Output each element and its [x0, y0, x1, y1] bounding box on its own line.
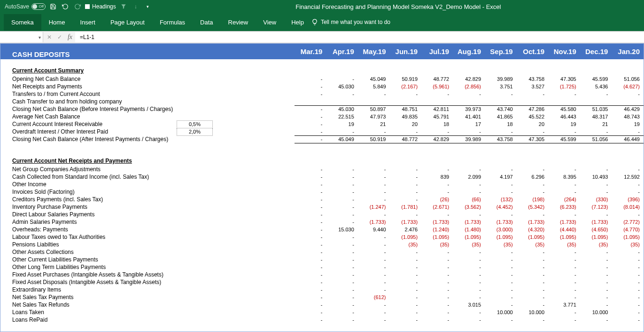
value-cell[interactable]: -	[485, 128, 517, 135]
value-cell[interactable]: -	[358, 173, 390, 181]
value-cell[interactable]: -	[517, 188, 548, 196]
value-cell[interactable]: -	[295, 135, 326, 143]
value-cell[interactable]: -	[485, 188, 517, 196]
value-cell[interactable]: -	[295, 75, 326, 83]
value-cell[interactable]: -	[390, 316, 422, 324]
value-cell[interactable]: -	[390, 211, 422, 218]
value-cell[interactable]	[548, 98, 580, 105]
value-cell[interactable]: (35)	[421, 241, 453, 248]
value-cell[interactable]: (4.770)	[612, 226, 644, 233]
tab-data[interactable]: Data	[193, 14, 220, 31]
value-cell[interactable]: 45.580	[548, 105, 580, 113]
value-cell[interactable]: 48.743	[612, 113, 644, 120]
value-cell[interactable]: 3.527	[517, 83, 548, 90]
value-cell[interactable]: (35)	[548, 241, 580, 248]
value-cell[interactable]: -	[580, 128, 612, 135]
value-cell[interactable]: -	[390, 166, 422, 173]
value-cell[interactable]: 18	[421, 120, 453, 128]
value-cell[interactable]: 47.305	[517, 135, 548, 143]
value-cell[interactable]: 51.035	[580, 105, 612, 113]
value-cell[interactable]: -	[295, 286, 326, 293]
value-cell[interactable]: (1.733)	[517, 218, 548, 226]
value-cell[interactable]: -	[612, 181, 644, 188]
value-cell[interactable]: -	[612, 211, 644, 218]
value-cell[interactable]: -	[485, 211, 517, 218]
value-cell[interactable]: (330)	[580, 196, 612, 203]
value-cell[interactable]: -	[358, 248, 390, 256]
value-cell[interactable]: -	[517, 278, 548, 286]
value-cell[interactable]: -	[358, 241, 390, 248]
name-box[interactable]: ▾	[0, 32, 43, 42]
value-cell[interactable]: 5.436	[580, 83, 612, 90]
value-cell[interactable]: -	[390, 181, 422, 188]
value-cell[interactable]: -	[612, 278, 644, 286]
value-cell[interactable]: 50.919	[390, 75, 422, 83]
value-cell[interactable]: -	[453, 293, 485, 301]
value-cell[interactable]: -	[358, 233, 390, 241]
value-cell[interactable]	[358, 98, 390, 105]
value-cell[interactable]: -	[326, 286, 357, 293]
value-cell[interactable]: -	[358, 271, 390, 278]
value-cell[interactable]: -	[612, 90, 644, 98]
value-cell[interactable]: (132)	[485, 196, 517, 203]
autosave-toggle[interactable]: AutoSave Off	[5, 3, 46, 10]
value-cell[interactable]: 19	[548, 120, 580, 128]
value-cell[interactable]: 20	[517, 120, 548, 128]
value-cell[interactable]: 42.829	[453, 75, 485, 83]
value-cell[interactable]: -	[485, 248, 517, 256]
value-cell[interactable]: -	[517, 211, 548, 218]
value-cell[interactable]: -	[580, 316, 612, 324]
value-cell[interactable]: -	[612, 271, 644, 278]
value-cell[interactable]: -	[421, 256, 453, 263]
value-cell[interactable]: -	[453, 248, 485, 256]
value-cell[interactable]	[390, 98, 422, 105]
value-cell[interactable]: 3.751	[485, 83, 517, 90]
value-cell[interactable]: -	[612, 166, 644, 173]
value-cell[interactable]: -	[485, 293, 517, 301]
value-cell[interactable]: 45.791	[421, 113, 453, 120]
value-cell[interactable]: -	[421, 188, 453, 196]
value-cell[interactable]: -	[580, 278, 612, 286]
value-cell[interactable]: (4.320)	[517, 226, 548, 233]
value-cell[interactable]: 48.772	[421, 75, 453, 83]
value-cell[interactable]: -	[358, 128, 390, 135]
value-cell[interactable]: -	[421, 128, 453, 135]
value-cell[interactable]: -	[390, 308, 422, 316]
value-cell[interactable]: (396)	[612, 196, 644, 203]
value-cell[interactable]: -	[421, 90, 453, 98]
value-cell[interactable]: -	[453, 256, 485, 263]
value-cell[interactable]: (66)	[453, 196, 485, 203]
value-cell[interactable]: 10.000	[580, 308, 612, 316]
value-cell[interactable]: -	[295, 278, 326, 286]
save-icon[interactable]	[48, 2, 58, 11]
value-cell[interactable]: -	[295, 316, 326, 324]
tab-help[interactable]: Help	[284, 14, 311, 31]
value-cell[interactable]: 4.197	[485, 173, 517, 181]
value-cell[interactable]: -	[390, 256, 422, 263]
value-cell[interactable]: -	[612, 293, 644, 301]
value-cell[interactable]: (1.095)	[517, 233, 548, 241]
value-cell[interactable]: 45.030	[326, 105, 357, 113]
value-cell[interactable]	[326, 98, 357, 105]
value-cell[interactable]: -	[421, 293, 453, 301]
value-cell[interactable]: 22.515	[326, 113, 357, 120]
value-cell[interactable]: 3.015	[453, 301, 485, 308]
value-cell[interactable]: -	[485, 301, 517, 308]
value-cell[interactable]: -	[295, 293, 326, 301]
value-cell[interactable]: (2.671)	[421, 203, 453, 211]
value-cell[interactable]: 21	[358, 120, 390, 128]
value-cell[interactable]: 8.395	[548, 173, 580, 181]
value-cell[interactable]: -	[326, 203, 357, 211]
value-cell[interactable]: -	[421, 271, 453, 278]
value-cell[interactable]: -	[326, 173, 357, 181]
value-cell[interactable]: -	[580, 248, 612, 256]
value-cell[interactable]: -	[453, 211, 485, 218]
value-cell[interactable]: -	[453, 271, 485, 278]
value-cell[interactable]: -	[358, 90, 390, 98]
value-cell[interactable]: -	[453, 90, 485, 98]
value-cell[interactable]: -	[485, 278, 517, 286]
value-cell[interactable]: (1.095)	[548, 233, 580, 241]
value-cell[interactable]: -	[295, 83, 326, 90]
value-cell[interactable]: 45.030	[326, 83, 357, 90]
value-cell[interactable]: 9.440	[358, 226, 390, 233]
